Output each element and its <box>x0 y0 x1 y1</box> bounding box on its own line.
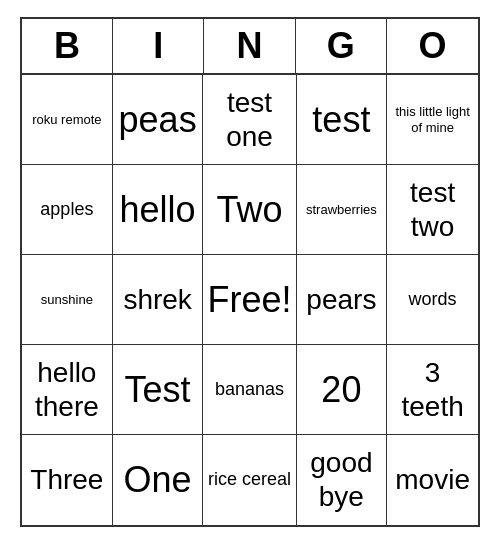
header-letter: B <box>22 19 113 73</box>
cell-text: 20 <box>321 368 361 411</box>
cell-text: Three <box>30 463 103 497</box>
cell-text: peas <box>119 98 197 141</box>
bingo-cell: good bye <box>297 435 388 525</box>
bingo-grid: roku remotepeastest onetestthis little l… <box>22 75 478 525</box>
bingo-cell: strawberries <box>297 165 388 255</box>
cell-text: hello there <box>26 356 108 423</box>
header-letter: O <box>387 19 478 73</box>
bingo-cell: One <box>113 435 204 525</box>
bingo-cell: hello <box>113 165 204 255</box>
bingo-cell: apples <box>22 165 113 255</box>
cell-text: rice cereal <box>208 469 291 491</box>
cell-text: One <box>124 458 192 501</box>
bingo-cell: Free! <box>203 255 296 345</box>
cell-text: movie <box>395 463 470 497</box>
cell-text: hello <box>120 188 196 231</box>
cell-text: strawberries <box>306 202 377 218</box>
bingo-cell: peas <box>113 75 204 165</box>
bingo-cell: 20 <box>297 345 388 435</box>
bingo-card: BINGO roku remotepeastest onetestthis li… <box>20 17 480 527</box>
bingo-header: BINGO <box>22 19 478 75</box>
bingo-cell: movie <box>387 435 478 525</box>
cell-text: Two <box>216 188 282 231</box>
bingo-cell: sunshine <box>22 255 113 345</box>
cell-text: roku remote <box>32 112 101 128</box>
cell-text: sunshine <box>41 292 93 308</box>
header-letter: N <box>204 19 295 73</box>
bingo-cell: this little light of mine <box>387 75 478 165</box>
bingo-cell: roku remote <box>22 75 113 165</box>
bingo-cell: test one <box>203 75 296 165</box>
bingo-cell: words <box>387 255 478 345</box>
cell-text: words <box>409 289 457 311</box>
header-letter: G <box>296 19 387 73</box>
bingo-cell: test <box>297 75 388 165</box>
bingo-cell: rice cereal <box>203 435 296 525</box>
cell-text: this little light of mine <box>391 104 474 135</box>
cell-text: Test <box>125 368 191 411</box>
bingo-cell: Three <box>22 435 113 525</box>
bingo-cell: 3 teeth <box>387 345 478 435</box>
bingo-cell: shrek <box>113 255 204 345</box>
cell-text: 3 teeth <box>391 356 474 423</box>
cell-text: test one <box>207 86 291 153</box>
bingo-cell: hello there <box>22 345 113 435</box>
bingo-cell: Two <box>203 165 296 255</box>
cell-text: test two <box>391 176 474 243</box>
cell-text: Free! <box>207 278 291 321</box>
cell-text: test <box>312 98 370 141</box>
cell-text: good bye <box>301 446 383 513</box>
bingo-cell: Test <box>113 345 204 435</box>
bingo-cell: bananas <box>203 345 296 435</box>
bingo-cell: pears <box>297 255 388 345</box>
cell-text: apples <box>40 199 93 221</box>
bingo-cell: test two <box>387 165 478 255</box>
cell-text: bananas <box>215 379 284 401</box>
header-letter: I <box>113 19 204 73</box>
cell-text: pears <box>306 283 376 317</box>
cell-text: shrek <box>123 283 191 317</box>
